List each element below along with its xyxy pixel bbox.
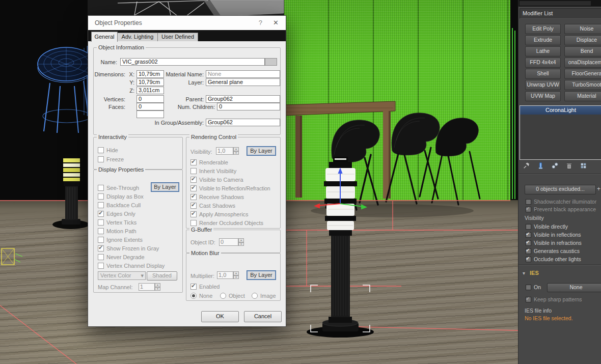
- edges-only-option[interactable]: Edges Only: [98, 210, 135, 217]
- show-end-result-icon[interactable]: [537, 162, 544, 170]
- modifier-button-ffd[interactable]: FFD 4x4x4: [525, 58, 561, 68]
- motion-blur-none-radio[interactable]: None: [190, 292, 212, 299]
- checkbox[interactable]: [526, 297, 531, 302]
- modifier-button-lathe[interactable]: Lathe: [525, 46, 561, 57]
- motion-blur-image-radio[interactable]: Image: [252, 292, 276, 299]
- spinner-value[interactable]: 1,0: [216, 147, 233, 155]
- render-occluded-objects-option[interactable]: Render Occluded Objects: [190, 219, 263, 226]
- small-bollard-lamp[interactable]: [52, 154, 89, 229]
- never-degrade-option[interactable]: Never Degrade: [98, 254, 145, 260]
- motion-path-option[interactable]: Motion Path: [98, 228, 136, 234]
- checkbox[interactable]: [98, 219, 104, 226]
- checkbox[interactable]: [526, 248, 531, 254]
- name-field[interactable]: VIC_grass002: [120, 58, 265, 66]
- modifier-button-coronadisplace[interactable]: onaDisplaceme: [564, 58, 601, 68]
- help-icon[interactable]: ?: [259, 19, 262, 26]
- chevron-down-icon[interactable]: ▾: [523, 270, 525, 276]
- checkbox[interactable]: [526, 257, 531, 262]
- tab-user-defined[interactable]: User Defined: [157, 33, 198, 41]
- modifier-button-turbosmooth[interactable]: TurboSmoot: [564, 80, 601, 90]
- cancel-button[interactable]: Cancel: [244, 311, 282, 322]
- vertex-ticks-option[interactable]: Vertex Ticks: [98, 219, 136, 226]
- checkbox[interactable]: [98, 193, 104, 200]
- tab-adv-lighting[interactable]: Adv. Lighting: [117, 33, 158, 41]
- configure-modifier-sets-icon[interactable]: [580, 162, 587, 170]
- modifier-button-displace[interactable]: Displace: [564, 35, 601, 45]
- modifier-button-edit-poly[interactable]: Edit Poly: [525, 24, 561, 34]
- z-field[interactable]: 3,011cm: [136, 87, 164, 94]
- ignore-extents-option[interactable]: Ignore Extents: [98, 236, 143, 243]
- checkbox[interactable]: [526, 207, 531, 212]
- ies-on-option[interactable]: On: [526, 284, 541, 290]
- exclude-objects-button[interactable]: 0 objects excluded...: [525, 185, 596, 194]
- checkbox[interactable]: [190, 159, 197, 165]
- map-channel-spinner[interactable]: 1: [139, 283, 160, 291]
- motion-blur-enabled-option[interactable]: Enabled: [190, 283, 220, 290]
- display-as-box-option[interactable]: Display as Box: [98, 193, 144, 200]
- checkbox[interactable]: [98, 245, 104, 251]
- checkbox[interactable]: [98, 202, 104, 208]
- checkbox[interactable]: [526, 232, 531, 238]
- see-through-option[interactable]: See-Through: [98, 184, 139, 191]
- shaded-button[interactable]: Shaded: [147, 271, 177, 281]
- motion-blur-by-layer-button[interactable]: By Layer: [247, 270, 276, 280]
- modifier-button-uvw-map[interactable]: UVW Map: [525, 91, 561, 101]
- modifier-button-unwrap-uvw[interactable]: Unwrap UVW: [525, 80, 561, 90]
- modifier-button-shell[interactable]: Shell: [525, 69, 561, 79]
- pin-stack-icon[interactable]: [523, 162, 530, 170]
- radio[interactable]: [220, 293, 226, 299]
- checkbox[interactable]: [98, 263, 104, 269]
- stack-item-coronalight[interactable]: CoronaLight: [520, 106, 601, 115]
- checkbox[interactable]: [98, 237, 104, 243]
- radio[interactable]: [252, 293, 258, 299]
- show-frozen-in-gray-option[interactable]: Show Frozen in Gray: [98, 245, 159, 251]
- checkbox[interactable]: [526, 199, 531, 205]
- object-id-spinner[interactable]: 0: [219, 238, 244, 246]
- cast-shadows-option[interactable]: Cast Shadows: [190, 202, 235, 209]
- remove-modifier-icon[interactable]: [565, 162, 573, 170]
- spinner-arrows[interactable]: [155, 283, 160, 291]
- multiplier-spinner[interactable]: 1,0: [217, 271, 239, 279]
- inherit-visibility-option[interactable]: Inherit Visibility: [190, 167, 236, 174]
- keep-sharp-patterns-option[interactable]: Keep sharp patterns: [526, 296, 582, 302]
- vertex-color-dropdown[interactable]: Vertex Color: [98, 271, 146, 280]
- modifier-list-dropdown[interactable]: Modifier List: [520, 8, 601, 19]
- checkbox[interactable]: [190, 203, 197, 209]
- checkbox[interactable]: [190, 211, 197, 217]
- hide-option[interactable]: Hide: [98, 147, 118, 153]
- modifier-button-noise[interactable]: Noise: [564, 24, 601, 34]
- apply-atmospherics-option[interactable]: Apply Atmospherics: [190, 211, 249, 217]
- renderable-option[interactable]: Renderable: [190, 159, 228, 165]
- y-field[interactable]: 10,79cm: [136, 78, 164, 86]
- modifier-button-bend[interactable]: Bend: [564, 46, 601, 57]
- option-shadowcatcher[interactable]: Shadowcatcher illuminator: [526, 199, 596, 205]
- modifier-button-floorgenerator[interactable]: FloorGenera: [564, 69, 601, 79]
- spinner-arrows[interactable]: [233, 271, 239, 279]
- visible-to-reflection-option[interactable]: Visible to Reflection/Refraction: [190, 185, 270, 191]
- ies-rollout-title[interactable]: IES: [530, 270, 539, 276]
- helper-box[interactable]: [2, 248, 22, 265]
- receive-shadows-option[interactable]: Receive Shadows: [190, 193, 244, 200]
- checkbox[interactable]: [98, 228, 104, 234]
- option-occlude-other-lights[interactable]: Occlude other lights: [526, 256, 581, 262]
- dialog-titlebar[interactable]: Object Properties ? ✕: [88, 16, 286, 31]
- spinner-value[interactable]: 1,0: [217, 271, 233, 279]
- material-name-field[interactable]: None: [206, 70, 280, 78]
- name-field[interactable]: [520, 1, 591, 6]
- layer-field[interactable]: General plane: [206, 78, 280, 86]
- option-generates-caustics[interactable]: Generates caustics: [526, 248, 580, 254]
- checkbox[interactable]: [190, 168, 197, 174]
- checkbox[interactable]: [98, 211, 104, 217]
- checkbox[interactable]: [98, 254, 104, 260]
- object-name-field-partial[interactable]: [518, 0, 601, 7]
- display-by-layer-button[interactable]: By Layer: [151, 182, 179, 192]
- spinner-value[interactable]: 1: [139, 283, 155, 291]
- checkbox[interactable]: [190, 177, 197, 183]
- checkbox[interactable]: [190, 284, 197, 290]
- modifier-button-extrude[interactable]: Extrude: [525, 35, 561, 45]
- make-unique-icon[interactable]: [551, 162, 559, 170]
- backface-cull-option[interactable]: Backface Cull: [98, 202, 141, 208]
- visibility-spinner[interactable]: 1,0: [216, 147, 239, 155]
- freeze-option[interactable]: Freeze: [98, 156, 124, 162]
- radio[interactable]: [190, 293, 197, 299]
